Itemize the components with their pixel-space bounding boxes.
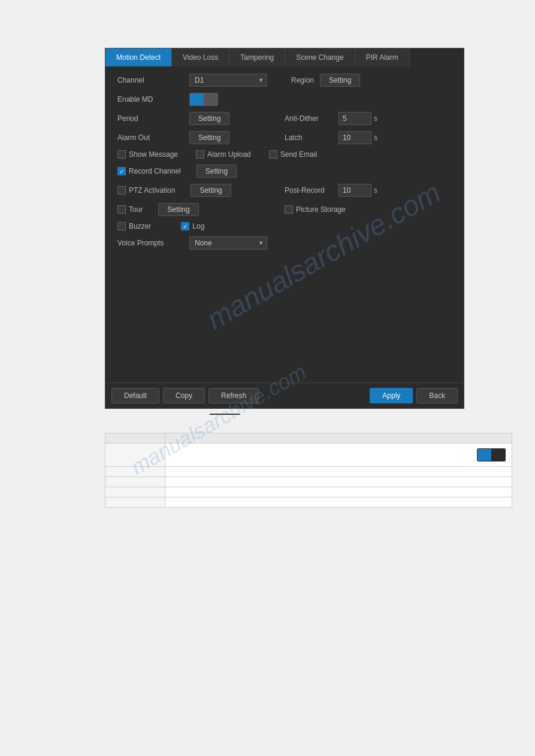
alarm-out-setting-button[interactable]: Setting (189, 131, 229, 144)
anti-dither-unit: s (374, 114, 377, 123)
table-cell-value (165, 477, 512, 487)
picture-storage-check-item[interactable]: Picture Storage (285, 205, 346, 214)
voice-prompts-label: Voice Prompts (117, 239, 189, 247)
divider-line (210, 414, 240, 415)
refresh-button[interactable]: Refresh (208, 388, 259, 403)
voice-prompts-select[interactable]: None (189, 236, 267, 250)
tab-video-loss[interactable]: Video Loss (172, 48, 229, 66)
send-email-label: Send Email (280, 150, 317, 159)
show-message-checkbox[interactable] (117, 150, 126, 159)
latch-label: Latch (285, 133, 338, 142)
tab-tampering[interactable]: Tampering (229, 48, 285, 66)
table-cell-label (105, 444, 165, 467)
ptz-postrecord-row: PTZ Activation Setting Post-Record s (117, 184, 452, 197)
channel-select-wrapper: D1 (189, 74, 267, 87)
latch-col: Latch s (285, 131, 452, 144)
record-channel-row: Record Channel Setting (117, 165, 452, 178)
record-channel-col: Record Channel Setting (117, 165, 285, 178)
record-channel-setting-button[interactable]: Setting (197, 165, 237, 178)
table-cell-label (105, 467, 165, 477)
log-check-item[interactable]: Log (181, 222, 204, 230)
apply-button[interactable]: Apply (370, 388, 413, 403)
table-cell-label (105, 487, 165, 497)
picture-storage-label: Picture Storage (296, 205, 346, 214)
buzzer-label: Buzzer (129, 222, 151, 230)
region-setting-button[interactable]: Setting (320, 74, 360, 87)
main-panel: Motion Detect Video Loss Tampering Scene… (105, 48, 464, 409)
buzzer-check-item[interactable]: Buzzer (117, 222, 151, 230)
buzzer-log-row: Buzzer Log (117, 222, 452, 230)
ptz-checkbox[interactable] (117, 186, 126, 195)
table-toggle[interactable] (477, 448, 506, 462)
latch-input[interactable] (338, 131, 371, 144)
table-row (105, 433, 512, 444)
toggle-off-half (204, 93, 217, 105)
tabs-row: Motion Detect Video Loss Tampering Scene… (105, 48, 464, 66)
enable-md-row: Enable MD (117, 93, 452, 106)
ptz-check-item[interactable]: PTZ Activation (117, 186, 175, 195)
back-button[interactable]: Back (416, 388, 458, 403)
default-button[interactable]: Default (111, 388, 159, 403)
table-cell-label (105, 497, 165, 508)
tab-motion-detect[interactable]: Motion Detect (105, 48, 172, 66)
show-message-check-item[interactable]: Show Message (117, 150, 178, 159)
bottom-bar: Default Copy Refresh Apply Back (105, 382, 464, 408)
alarm-upload-check-item[interactable]: Alarm Upload (196, 150, 251, 159)
send-email-check-item[interactable]: Send Email (269, 150, 317, 159)
table-toggle-on (477, 449, 491, 461)
anti-dither-input[interactable] (338, 112, 371, 125)
period-col: Period Setting (117, 112, 285, 125)
table-row (105, 497, 512, 508)
table-toggle-off (491, 449, 505, 461)
table-row (105, 467, 512, 477)
reference-table (105, 433, 512, 508)
table-cell-value (165, 497, 512, 508)
record-channel-checkbox[interactable] (117, 167, 126, 175)
ptz-setting-button[interactable]: Setting (191, 184, 231, 197)
period-setting-button[interactable]: Setting (189, 112, 229, 125)
buzzer-checkbox[interactable] (117, 222, 126, 230)
alarm-upload-label: Alarm Upload (207, 150, 251, 159)
picture-storage-checkbox[interactable] (285, 205, 293, 214)
show-message-label: Show Message (129, 150, 178, 159)
toggle-on-half (190, 93, 204, 105)
enable-md-toggle[interactable] (189, 93, 218, 106)
record-channel-label: Record Channel (129, 167, 181, 175)
send-email-checkbox[interactable] (269, 150, 277, 159)
table-cell-label (105, 477, 165, 487)
post-record-input[interactable] (338, 184, 371, 197)
log-checkbox[interactable] (181, 222, 189, 230)
table-row (105, 487, 512, 497)
tour-col: Tour Setting (117, 203, 285, 216)
period-antidither-row: Period Setting Anti-Dither s (117, 112, 452, 125)
tab-scene-change[interactable]: Scene Change (285, 48, 355, 66)
voice-prompts-select-wrapper: None (189, 236, 267, 250)
picture-storage-col: Picture Storage (285, 205, 452, 214)
table-cell-value (165, 433, 512, 444)
latch-unit: s (374, 133, 377, 142)
tour-setting-button[interactable]: Setting (158, 203, 198, 216)
table-cell-value (165, 467, 512, 477)
ptz-label: PTZ Activation (129, 186, 175, 195)
log-label: Log (192, 222, 204, 230)
antidither-col: Anti-Dither s (285, 112, 452, 125)
tour-checkbox[interactable] (117, 205, 126, 214)
tour-check-item[interactable]: Tour (117, 205, 143, 214)
table-cell-value (165, 444, 512, 467)
alarm-upload-checkbox[interactable] (196, 150, 204, 159)
copy-button[interactable]: Copy (163, 388, 205, 403)
tab-pir-alarm[interactable]: PIR Alarm (355, 48, 410, 66)
table-cell-value (165, 487, 512, 497)
tour-label: Tour (129, 205, 143, 214)
channel-select[interactable]: D1 (189, 74, 267, 87)
alarm-out-label: Alarm Out (117, 133, 189, 142)
record-channel-check-item[interactable]: Record Channel (117, 167, 181, 175)
table-toggle-wrapper (171, 448, 506, 462)
table-row (105, 477, 512, 487)
ptz-col: PTZ Activation Setting (117, 184, 285, 197)
enable-md-label: Enable MD (117, 95, 189, 104)
period-label: Period (117, 114, 189, 123)
post-record-label: Post-Record (285, 186, 338, 195)
post-record-unit: s (374, 186, 377, 195)
table-row (105, 444, 512, 467)
